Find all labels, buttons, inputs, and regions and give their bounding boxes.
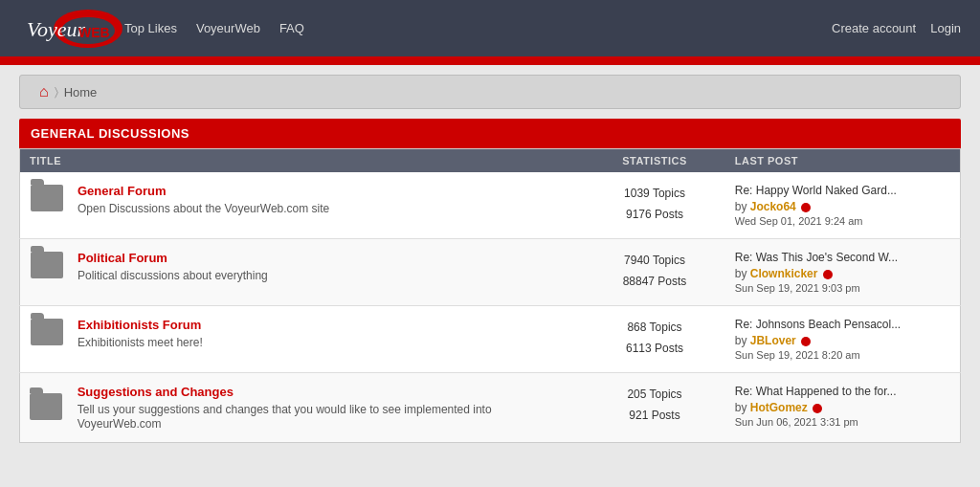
section-header: GENERAL DISCUSSIONS <box>19 119 961 148</box>
svg-text:WEB: WEB <box>78 25 110 40</box>
main-nav: Top Likes VoyeurWeb FAQ <box>124 21 832 35</box>
stats-cell-0: 1039 Topics 9176 Posts <box>584 172 724 239</box>
col-header-statistics: STATISTICS <box>584 149 724 173</box>
last-post-user-link-3[interactable]: HotGomez <box>750 401 808 414</box>
table-row: Political Forum Political discussions ab… <box>20 239 961 306</box>
forum-posts-0: 9176 Posts <box>626 208 683 221</box>
table-row: Suggestions and Changes Tell us your sug… <box>20 373 961 443</box>
nav-top-likes[interactable]: Top Likes <box>124 21 177 35</box>
last-post-title-3: Re: What Happened to the for... <box>735 385 950 398</box>
forum-icon-3 <box>30 393 68 423</box>
folder-icon-1 <box>31 252 63 278</box>
user-icon-0 <box>801 203 811 212</box>
forum-topics-0: 1039 Topics <box>624 187 685 200</box>
header: Voyeur WEB Top Likes VoyeurWeb FAQ Creat… <box>0 0 980 59</box>
folder-icon-0 <box>31 185 63 211</box>
red-stripe <box>0 59 980 65</box>
stats-cell-2: 868 Topics 6113 Posts <box>584 306 724 373</box>
forum-info-cell-0: General Forum Open Discussions about the… <box>20 172 585 239</box>
last-post-date-3: Sun Jun 06, 2021 3:31 pm <box>735 416 950 428</box>
forum-title-link-1[interactable]: Political Forum <box>78 251 268 265</box>
stats-cell-1: 7940 Topics 88847 Posts <box>584 239 724 306</box>
col-header-last-post: LAST POST <box>725 149 961 173</box>
col-header-title: TITLE <box>20 149 585 173</box>
last-post-title-0: Re: Happy World Naked Gard... <box>735 184 950 197</box>
last-post-cell-3: Re: What Happened to the for... by HotGo… <box>725 373 961 443</box>
logo-svg: Voyeur WEB <box>19 6 124 52</box>
stats-cell-3: 205 Topics 921 Posts <box>584 373 724 443</box>
breadcrumb: ⌂ 〉 Home <box>19 75 961 109</box>
breadcrumb-separator: 〉 <box>55 85 58 99</box>
forum-info-cell-2: Exhibitionists Forum Exhibitionists meet… <box>20 306 585 373</box>
last-post-date-1: Sun Sep 19, 2021 9:03 pm <box>735 282 950 294</box>
forum-icon-1 <box>30 252 68 281</box>
create-account-link[interactable]: Create account <box>832 21 916 35</box>
nav-voyeurweb[interactable]: VoyeurWeb <box>196 21 260 35</box>
forum-desc-3: Tell us your suggestions and changes tha… <box>78 403 492 431</box>
last-post-user-link-2[interactable]: JBLover <box>750 334 796 347</box>
forum-topics-2: 868 Topics <box>627 321 681 334</box>
user-icon-3 <box>813 404 822 413</box>
last-post-user-link-0[interactable]: Jocko64 <box>750 200 796 213</box>
last-post-by-1: by Clownkicker <box>735 267 950 280</box>
folder-icon-2 <box>31 319 63 345</box>
forum-desc-1: Political discussions about everything <box>78 269 268 282</box>
last-post-date-2: Sun Sep 19, 2021 8:20 am <box>735 349 950 361</box>
forum-posts-2: 6113 Posts <box>626 342 683 355</box>
forum-title-link-3[interactable]: Suggestions and Changes <box>78 385 575 399</box>
breadcrumb-home-label: Home <box>64 85 98 100</box>
last-post-user-link-1[interactable]: Clownkicker <box>750 267 818 280</box>
forum-topics-3: 205 Topics <box>627 387 681 401</box>
last-post-title-2: Re: Johnsons Beach Pensacol... <box>735 318 950 331</box>
last-post-cell-0: Re: Happy World Naked Gard... by Jocko64… <box>725 172 961 239</box>
forum-title-link-2[interactable]: Exhibitionists Forum <box>78 318 203 332</box>
forum-topics-1: 7940 Topics <box>624 254 685 267</box>
forum-desc-2: Exhibitionists meet here! <box>78 336 203 349</box>
forum-icon-2 <box>30 319 68 348</box>
svg-text:Voyeur: Voyeur <box>27 17 86 41</box>
folder-icon-3 <box>30 393 62 420</box>
last-post-cell-2: Re: Johnsons Beach Pensacol... by JBLove… <box>725 306 961 373</box>
forum-title-link-0[interactable]: General Forum <box>78 184 329 198</box>
main-content: GENERAL DISCUSSIONS TITLE STATISTICS LAS… <box>19 119 961 443</box>
forum-info-cell-3: Suggestions and Changes Tell us your sug… <box>20 373 585 443</box>
last-post-by-0: by Jocko64 <box>735 200 950 213</box>
forum-posts-1: 88847 Posts <box>623 275 687 288</box>
forum-icon-0 <box>30 185 68 214</box>
login-link[interactable]: Login <box>930 21 961 35</box>
nav-faq[interactable]: FAQ <box>279 21 304 35</box>
user-icon-1 <box>823 270 833 279</box>
last-post-date-0: Wed Sep 01, 2021 9:24 am <box>735 215 950 227</box>
forum-desc-0: Open Discussions about the VoyeurWeb.com… <box>78 202 329 215</box>
last-post-cell-1: Re: Was This Joe's Second W... by Clownk… <box>725 239 961 306</box>
last-post-by-3: by HotGomez <box>735 401 950 414</box>
forum-table: TITLE STATISTICS LAST POST General Forum… <box>19 148 961 443</box>
last-post-title-1: Re: Was This Joe's Second W... <box>735 251 950 264</box>
table-row: Exhibitionists Forum Exhibitionists meet… <box>20 306 961 373</box>
forum-posts-3: 921 Posts <box>629 409 679 422</box>
forum-info-cell-1: Political Forum Political discussions ab… <box>20 239 585 306</box>
header-actions: Create account Login <box>832 21 961 35</box>
logo[interactable]: Voyeur WEB <box>19 6 124 52</box>
home-icon[interactable]: ⌂ <box>39 83 49 100</box>
last-post-by-2: by JBLover <box>735 334 950 347</box>
table-row: General Forum Open Discussions about the… <box>20 172 961 239</box>
user-icon-2 <box>801 337 811 346</box>
